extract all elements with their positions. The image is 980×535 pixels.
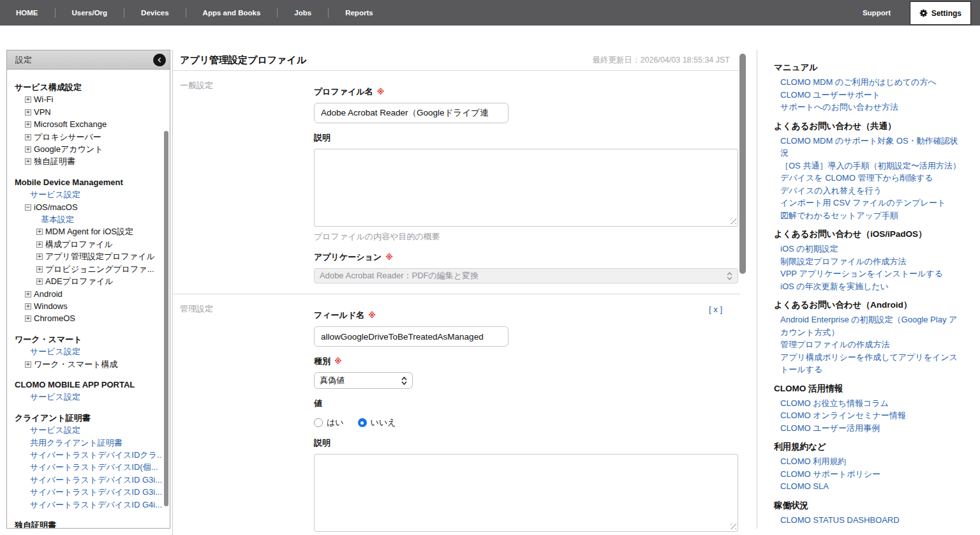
tree-item-cybertrust-device-id-2[interactable]: サイバートラストデバイスID(個... [7,461,162,473]
tree-link-label[interactable]: サイバートラストデバイスID G3i... [30,475,162,485]
tree-item-google-account[interactable]: +Googleアカウント [7,143,162,155]
tree-link-label[interactable]: サイバートラストデバイスID G4i... [30,500,162,509]
tree-item-android[interactable]: +Android [7,288,162,300]
tree-item-cybertrust-device-id-5[interactable]: サイバートラストデバイスID G4i... [7,499,162,511]
nav-tab-devices[interactable]: Devices [141,9,168,17]
tree-item-cybertrust-device-id-3[interactable]: サイバートラストデバイスID G3i... [7,474,162,486]
nav-tab-apps-and-books[interactable]: Apps and Books [203,9,261,17]
help-link[interactable]: CLOMO サポートポリシー [774,468,963,481]
tree-item-proxy[interactable]: +プロキシサーバー [7,131,162,143]
tree-item-wifi[interactable]: +Wi-Fi [7,93,162,105]
tree-item-cybertrust-device-id-1[interactable]: サイバートラストデバイスIDクラ... [7,449,162,461]
tree-item-label[interactable]: アプリ管理設定プロファイル [45,252,155,261]
tree-item-label[interactable]: プロビジョニングプロファ... [45,264,154,274]
tree-item-service-settings[interactable]: サービス設定 [7,391,162,403]
help-link[interactable]: CLOMO MDM のご利用がはじめての方へ [774,76,963,89]
help-link[interactable]: デバイスの入れ替えを行う [774,185,963,197]
tree-item-label[interactable]: MDM Agent for iOS設定 [45,227,133,236]
tree-item-exchange[interactable]: +Microsoft Exchange [7,118,162,130]
tree-item-label[interactable]: 独自証明書 [34,156,75,166]
help-link[interactable]: アプリ構成ポリシーを作成してアプリをインストールする [774,351,963,376]
expand-icon[interactable]: + [25,303,31,310]
expand-icon[interactable]: + [25,315,31,322]
help-link[interactable]: 管理プロファイルの作成方法 [774,338,963,351]
help-link[interactable]: ［OS 共通］導入の手順（初期設定〜活用方法） [774,160,963,172]
tree-item-label[interactable]: iOS/macOS [34,202,78,212]
radio-option-yes[interactable]: はい [314,417,344,428]
tree-link-label[interactable]: サイバートラストデバイスID G3i... [30,487,162,497]
expand-icon[interactable]: + [25,121,31,128]
help-link[interactable]: インポート用 CSV ファイルのテンプレート [774,197,963,209]
radio-unchecked-icon[interactable] [314,418,323,427]
tree-link-label[interactable]: サービス設定 [30,347,80,356]
tree-item-ios-macos[interactable]: −iOS/macOS [7,201,162,213]
tree-item-label[interactable]: Microsoft Exchange [34,119,107,129]
tree-link-label[interactable]: 共用クライアント証明書 [30,438,122,448]
tree-item-custom-cert[interactable]: +独自証明書 [7,155,162,167]
tree-item-app-mgmt-profile[interactable]: +アプリ管理設定プロファイル [7,250,162,262]
tree-item-label[interactable]: Wi-Fi [34,94,53,104]
help-link[interactable]: iOS の初期設定 [774,243,963,255]
tree-link-label[interactable]: サービス設定 [30,190,80,199]
expand-icon[interactable]: + [25,361,31,368]
profile-name-input[interactable] [314,103,509,123]
nav-tab-users-org[interactable]: Users/Org [72,9,108,17]
nav-tab-home[interactable]: HOME [16,9,38,17]
tree-item-shared-client-cert[interactable]: 共用クライアント証明書 [7,437,162,449]
help-link[interactable]: CLOMO オンラインセミナー情報 [774,409,963,422]
collapse-icon[interactable]: − [25,204,31,211]
expand-icon[interactable]: + [25,134,31,140]
help-link[interactable]: CLOMO ユーザーサポート [774,89,963,102]
help-link[interactable]: 図解でわかるセットアップ手順 [774,209,963,222]
expand-icon[interactable]: + [25,96,31,103]
expand-icon[interactable]: + [25,109,31,116]
tree-item-label[interactable]: VPN [34,107,51,117]
tree-link-label[interactable]: サービス設定 [30,392,80,402]
radio-option-no[interactable]: いいえ [358,417,396,428]
tab-settings[interactable]: Settings [910,1,971,25]
expand-icon[interactable]: + [25,158,31,165]
help-link[interactable]: iOS の年次更新を実施したい [774,280,963,293]
tree-item-chromeos[interactable]: +ChromeOS [7,312,162,324]
tree-item-config-profile[interactable]: +構成プロファイル [7,238,162,250]
help-link[interactable]: VPP アプリケーションをインストールする [774,268,963,280]
expand-icon[interactable]: + [36,278,43,285]
description-textarea[interactable] [314,149,738,227]
tree-item-windows[interactable]: +Windows [7,300,162,312]
expand-icon[interactable]: + [36,266,43,273]
support-link[interactable]: Support [863,9,891,17]
tree-item-provisioning-profile[interactable]: +プロビジョニングプロファ... [7,263,162,275]
tree-link-label[interactable]: サービス設定 [30,425,80,435]
help-link[interactable]: サポートへのお問い合わせ方法 [774,101,963,114]
field-description-textarea[interactable] [314,454,738,532]
tree-item-ade-profile[interactable]: +ADEプロファイル [7,275,162,287]
tree-item-label[interactable]: 構成プロファイル [45,239,113,249]
help-link[interactable]: CLOMO STATUS DASHBOARD [774,514,963,527]
help-link[interactable]: CLOMO MDM のサポート対象 OS・動作確認状況 [774,135,963,160]
radio-checked-icon[interactable] [358,418,367,427]
tree-item-label[interactable]: Android [34,289,63,299]
tree-item-service-settings[interactable]: サービス設定 [7,424,162,436]
tree-item-label[interactable]: Windows [34,301,68,311]
collapse-sidebar-button[interactable] [153,54,166,66]
tree-item-label[interactable]: ADEプロファイル [45,276,114,286]
help-link[interactable]: 制限設定プロファイルの作成方法 [774,255,963,268]
expand-icon[interactable]: + [36,241,43,248]
tree-item-cybertrust-device-id-4[interactable]: サイバートラストデバイスID G3i... [7,486,162,498]
help-link[interactable]: CLOMO SLA [774,480,963,493]
expand-icon[interactable]: + [36,253,43,260]
expand-icon[interactable]: + [25,291,31,298]
tree-item-service-settings[interactable]: サービス設定 [7,188,162,200]
nav-tab-reports[interactable]: Reports [345,9,373,17]
tree-item-label[interactable]: ワーク・スマート構成 [34,359,118,369]
tree-item-label[interactable]: プロキシサーバー [34,132,101,142]
sidebar-scrollbar-thumb[interactable] [164,131,168,506]
remove-field-button[interactable]: [ x ] [709,305,722,314]
tree-item-service-settings[interactable]: サービス設定 [7,345,162,358]
tree-item-mdm-agent-ios[interactable]: +MDM Agent for iOS設定 [7,225,162,237]
tree-item-basic-settings[interactable]: 基本設定 [7,213,162,225]
tree-item-label[interactable]: Googleアカウント [34,144,103,154]
help-link[interactable]: Android Enterprise の初期設定（Google Play アカウ… [774,313,963,338]
tree-item-label[interactable]: ChromeOS [34,313,75,323]
tree-item-vpn[interactable]: +VPN [7,106,162,118]
